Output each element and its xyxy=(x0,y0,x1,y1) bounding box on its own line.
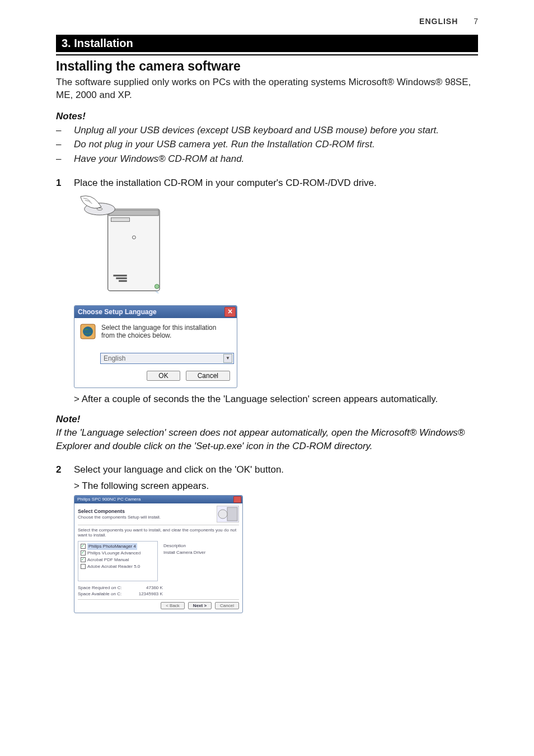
space-required-value: 47360 K xyxy=(139,585,163,591)
dialog-subheading: Choose the components Setup will install… xyxy=(78,515,161,520)
step-1: 1 Place the installation CD-ROM in your … xyxy=(56,176,478,190)
svg-rect-12 xyxy=(227,507,237,521)
svg-point-13 xyxy=(218,510,227,519)
note-heading: Note! xyxy=(56,414,478,425)
next-button[interactable]: Next > xyxy=(188,602,212,609)
dialog-title: Philips SPC 900NC PC Camera xyxy=(77,497,140,502)
list-item[interactable]: Philips VLounge Advanced xyxy=(81,550,155,557)
space-available-label: Space Available on C: xyxy=(78,591,122,597)
page-number: 7 xyxy=(474,17,478,26)
notes-list: –Unplug all your USB devices (except USB… xyxy=(56,123,478,166)
subsection-title: Installing the camera software xyxy=(56,59,478,74)
note-item: –Unplug all your USB devices (except USB… xyxy=(56,123,478,138)
dialog-select-components: Philips SPC 900NC PC Camera Select Compo… xyxy=(74,495,243,613)
ok-button[interactable]: OK xyxy=(147,371,180,381)
svg-point-11 xyxy=(83,326,93,337)
dialog-heading: Select Components xyxy=(78,508,161,515)
components-listbox[interactable]: Philips PhotoManager 4 Philips VLounge A… xyxy=(78,541,158,581)
list-item[interactable]: Adobe Acrobat Reader 5.0 xyxy=(81,563,155,570)
step-number: 2 xyxy=(56,463,74,477)
list-item[interactable]: Philips PhotoManager 4 xyxy=(81,543,155,550)
step-text: Select your language and click on the 'O… xyxy=(74,463,284,477)
svg-rect-1 xyxy=(109,210,159,216)
note-body: If the 'Language selection' screen does … xyxy=(56,426,478,453)
close-icon[interactable]: × xyxy=(224,307,236,317)
description-text: Install Camera Driver xyxy=(163,549,238,556)
dialog-title: Choose Setup Language xyxy=(78,308,157,316)
page-header: ENGLISH 7 xyxy=(56,17,478,26)
svg-point-7 xyxy=(154,284,159,289)
step-2-result: > The following screen appears. xyxy=(74,480,478,492)
dialog-intro: Select the components you want to instal… xyxy=(74,525,242,540)
step-2: 2 Select your language and click on the … xyxy=(56,463,478,477)
dialog-message: Select the language for this installatio… xyxy=(101,324,231,339)
section-title-bar: 3. Installation xyxy=(56,35,478,52)
back-button[interactable]: < Back xyxy=(161,602,185,609)
step-1-result: > After a couple of seconds the the 'Lan… xyxy=(74,394,478,405)
dialog-titlebar: Philips SPC 900NC PC Camera xyxy=(74,496,242,503)
figure-language-dialog: Choose Setup Language × Select the langu… xyxy=(74,305,478,388)
svg-rect-2 xyxy=(111,218,130,222)
cancel-button[interactable]: Cancel xyxy=(186,371,230,381)
dialog-choose-language: Choose Setup Language × Select the langu… xyxy=(74,305,237,388)
figure-components-dialog: Philips SPC 900NC PC Camera Select Compo… xyxy=(74,495,478,613)
figure-cd-insertion xyxy=(74,194,478,300)
notes-heading: Notes! xyxy=(56,111,478,122)
chevron-down-icon[interactable]: ▼ xyxy=(223,354,232,363)
note-item: –Have your Windows® CD-ROM at hand. xyxy=(56,152,478,166)
globe-icon xyxy=(80,324,96,339)
section-rule xyxy=(56,54,478,55)
wizard-thumbnail xyxy=(217,506,239,522)
close-icon[interactable] xyxy=(233,496,241,503)
space-required-label: Space Required on C: xyxy=(78,585,122,591)
description-label: Description xyxy=(163,543,238,549)
selected-language: English xyxy=(104,354,125,362)
cancel-button[interactable]: Cancel xyxy=(215,602,239,609)
list-item[interactable]: Acrobat PDF Manual xyxy=(81,557,155,563)
note-item: –Do not plug in your USB camera yet. Run… xyxy=(56,137,478,152)
dialog-titlebar: Choose Setup Language × xyxy=(74,306,237,318)
description-box: Description Install Camera Driver xyxy=(162,541,239,580)
intro-paragraph: The software supplied only works on PCs … xyxy=(56,76,478,102)
step-number: 1 xyxy=(56,176,74,190)
step-text: Place the installation CD-ROM in your co… xyxy=(74,176,377,190)
language-select[interactable]: English ▼ xyxy=(100,353,234,364)
space-available-value: 12345983 K xyxy=(139,591,163,597)
language-label: ENGLISH xyxy=(419,17,458,26)
